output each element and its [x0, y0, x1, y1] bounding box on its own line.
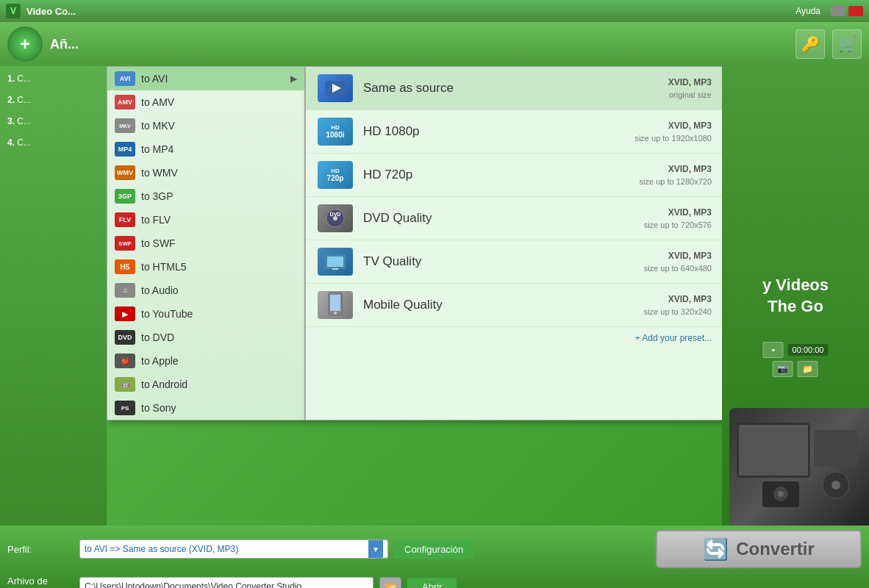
mp4-icon: MP4	[115, 142, 135, 157]
tv-quality-info: TV Quality	[363, 254, 634, 269]
format-item-sony[interactable]: PS to Sony	[107, 396, 304, 420]
format-item-swf[interactable]: SWF to SWF	[107, 232, 304, 255]
browse-button[interactable]: 📂	[379, 577, 401, 588]
format-item-audio[interactable]: ♫ to Audio	[107, 279, 304, 302]
add-preset-button[interactable]: + Add your preset...	[306, 327, 722, 349]
app-title: Video Co...	[26, 6, 76, 17]
android-icon: 🤖	[115, 377, 135, 392]
youtube-icon: ▶	[115, 306, 135, 321]
svg-text:DVD: DVD	[330, 212, 341, 217]
quality-item-dvd[interactable]: DVD DVD Quality XVID, MP3 size up to 720…	[306, 197, 722, 240]
tv-quality-icon	[318, 248, 353, 276]
step-4: 4. C...	[7, 137, 99, 148]
format-html5-label: to HTML5	[141, 261, 186, 273]
configuracion-button[interactable]: Configuración	[394, 540, 473, 559]
format-item-wmv[interactable]: WMV to WMV	[107, 161, 304, 184]
video-preview-btn[interactable]: ▪	[763, 342, 784, 358]
format-avi-label: to AVI	[141, 73, 168, 85]
dvd-icon: DVD	[115, 330, 135, 345]
flv-icon: FLV	[115, 212, 135, 227]
format-item-mkv[interactable]: MKV to MKV	[107, 114, 304, 137]
tv-quality-spec: XVID, MP3 size up to 640x480	[644, 249, 712, 275]
hd720-quality-info: HD 720p	[363, 168, 629, 182]
browse-icon: 📂	[385, 581, 397, 589]
sony-icon: PS	[115, 401, 135, 415]
svg-point-18	[778, 491, 784, 497]
profile-select[interactable]: to AVI => Same as source (XVID, MP3) ▼	[79, 539, 388, 559]
wmv-icon: WMV	[115, 165, 135, 180]
convert-label: Convertir	[736, 539, 815, 559]
step-1: 1. C...	[7, 74, 99, 84]
convert-icon: 🔄	[703, 537, 729, 562]
format-item-flv[interactable]: FLV to FLV	[107, 208, 304, 232]
format-3gp-label: to 3GP	[141, 190, 174, 202]
hd720-quality-icon: HD 720p	[318, 161, 353, 189]
source-quality-info: Same as source	[363, 81, 658, 96]
promo-text: y Videos The Go	[762, 275, 829, 317]
output-path[interactable]: C:\Users\Uptodown\Documents\Video Conver…	[79, 577, 373, 588]
svg-rect-9	[330, 295, 340, 311]
3gp-icon: 3GP	[115, 189, 135, 204]
hd1080-quality-spec: XVID, MP3 size up to 1920x1080	[634, 119, 712, 145]
swf-icon: SWF	[115, 236, 135, 251]
format-item-3gp[interactable]: 3GP to 3GP	[107, 184, 304, 208]
quality-item-mobile[interactable]: Mobile Quality XVID, MP3 size up to 320x…	[306, 284, 722, 327]
avi-arrow: ▶	[290, 74, 297, 84]
apple-icon: 🍎	[115, 354, 135, 368]
quality-item-1080[interactable]: HD 1080i HD 1080p XVID, MP3 size up to 1…	[306, 110, 722, 154]
tv-quality-name: TV Quality	[363, 254, 634, 269]
source-quality-icon	[318, 74, 353, 102]
step-3: 3. C...	[7, 116, 99, 126]
format-item-avi[interactable]: AVI to AVI ▶	[107, 67, 304, 90]
source-quality-name: Same as source	[363, 81, 658, 96]
abrir-button[interactable]: Abrir	[407, 578, 457, 589]
hd720-quality-name: HD 720p	[363, 168, 629, 182]
format-item-android[interactable]: 🤖 to Android	[107, 373, 304, 396]
format-apple-label: to Apple	[141, 355, 179, 367]
svg-point-10	[334, 312, 337, 315]
mkv-icon: MKV	[115, 118, 135, 133]
toolbar-label: Añ...	[50, 37, 79, 52]
profile-value: to AVI => Same as source (XVID, MP3)	[85, 544, 238, 554]
format-flv-label: to FLV	[141, 214, 171, 226]
dvd-quality-icon: DVD	[318, 204, 353, 232]
hd1080-quality-icon: HD 1080i	[318, 118, 353, 146]
camera-btn[interactable]: 📷	[773, 361, 793, 377]
cart-button[interactable]: 🛒	[832, 29, 862, 59]
close-button[interactable]	[848, 6, 863, 16]
add-icon: +	[20, 34, 30, 54]
format-android-label: to Android	[141, 379, 187, 390]
folder-btn[interactable]: 📁	[798, 361, 818, 377]
format-dvd-label: to DVD	[141, 331, 174, 343]
svg-rect-6	[327, 257, 343, 267]
format-item-apple[interactable]: 🍎 to Apple	[107, 349, 304, 373]
amv-icon: AMV	[115, 95, 135, 110]
quality-menu: Same as source XVID, MP3 original size H…	[305, 66, 722, 420]
convert-button[interactable]: 🔄 Convertir	[656, 530, 862, 568]
format-wmv-label: to WMV	[141, 167, 178, 179]
output-path-text: C:\Users\Uptodown\Documents\Video Conver…	[85, 581, 301, 588]
format-item-dvd[interactable]: DVD to DVD	[107, 326, 304, 349]
quality-item-source[interactable]: Same as source XVID, MP3 original size	[306, 67, 722, 110]
format-item-html5[interactable]: H5 to HTML5	[107, 255, 304, 279]
format-item-mp4[interactable]: MP4 to MP4	[107, 137, 304, 161]
html5-icon: H5	[115, 259, 135, 274]
ayuda-label[interactable]: Ayuda	[795, 6, 820, 16]
format-item-amv[interactable]: AMV to AMV	[107, 90, 304, 114]
toolbar: + Añ... 🔑 🛒	[0, 22, 869, 66]
app-logo: V	[6, 4, 21, 18]
add-button[interactable]: +	[7, 26, 43, 62]
key-button[interactable]: 🔑	[795, 29, 825, 59]
minimize-button[interactable]	[831, 6, 845, 16]
format-menu: AVI to AVI ▶ AMV to AMV MKV to MKV MP4 t…	[107, 66, 305, 420]
audio-icon: ♫	[115, 283, 135, 298]
profile-row: Perfil: to AVI => Same as source (XVID, …	[0, 526, 869, 573]
profile-dropdown-btn[interactable]: ▼	[368, 540, 383, 558]
format-sony-label: to Sony	[141, 402, 176, 414]
window-controls: Ayuda	[795, 6, 863, 16]
right-panel: y Videos The Go ▪ 00:00:00 📷	[722, 66, 869, 526]
quality-item-tv[interactable]: TV Quality XVID, MP3 size up to 640x480	[306, 240, 722, 284]
format-item-youtube[interactable]: ▶ to YouTube	[107, 302, 304, 326]
dvd-quality-name: DVD Quality	[363, 211, 634, 226]
quality-item-720[interactable]: HD 720p HD 720p XVID, MP3 size up to 128…	[306, 154, 722, 197]
